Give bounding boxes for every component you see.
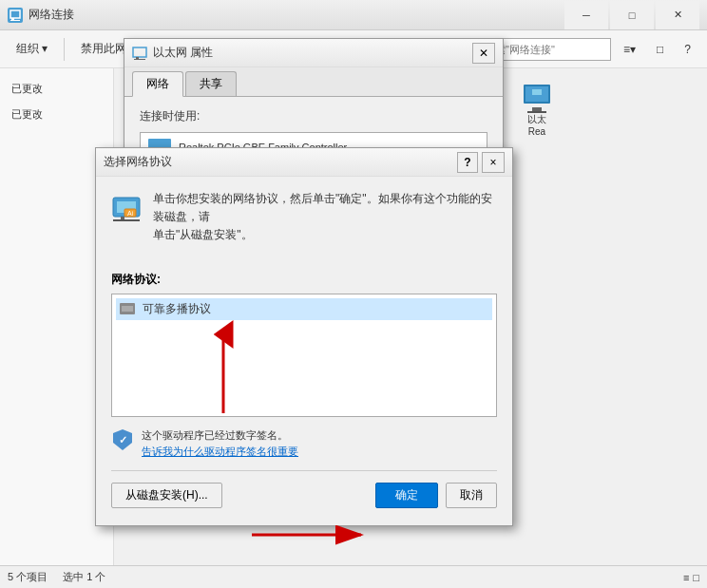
svg-text:✓: ✓ — [119, 434, 127, 446]
protocol-dialog-title: 选择网络协议 — [104, 154, 457, 170]
svg-rect-2 — [10, 20, 20, 21]
bg-titlebar: 网络连接 ─ □ ✕ — [0, 0, 707, 30]
svg-rect-9 — [113, 219, 140, 221]
select-protocol-dialog: 选择网络协议 ? × Ai 单击你想安装的网络协议，然后单击"确定"。如果你有这… — [95, 147, 513, 526]
item-count: 5 个项目 — [8, 570, 48, 584]
svg-rect-1 — [11, 18, 14, 20]
protocol-body: Ai 单击你想安装的网络协议，然后单击"确定"。如果你有这个功能的安装磁盘，请 … — [96, 177, 512, 525]
svg-rect-3 — [133, 47, 146, 57]
protocol-item-name: 可靠多播协议 — [143, 301, 211, 317]
ethernet-titlebar: 以太网 属性 ✕ — [124, 39, 503, 67]
protocol-footer: 从磁盘安装(H)... 确定 取消 — [111, 479, 497, 512]
close-button[interactable]: ✕ — [656, 1, 699, 29]
protocol-listbox[interactable]: 可靠多播协议 — [111, 294, 497, 417]
nav-item-2[interactable]: 已更改 — [0, 102, 113, 127]
monitor — [524, 85, 550, 104]
signature-area: ✓ 这个驱动程序已经过数字签名。 告诉我为什么驱动程序签名很重要 — [111, 428, 497, 459]
signature-text: 这个驱动程序已经过数字签名。 — [142, 429, 288, 441]
protocol-description: 单击你想安装的网络协议，然后单击"确定"。如果你有这个功能的安装磁盘，请 单击"… — [153, 190, 497, 245]
protocol-list-label: 网络协议: — [111, 272, 497, 288]
nav-item-1[interactable]: 已更改 — [0, 76, 113, 102]
view-icon-1: ≡ — [683, 572, 689, 583]
protocol-titlebar: 选择网络协议 ? × — [96, 148, 512, 177]
status-bar: 5 个项目 选中 1 个 ≡ □ — [0, 565, 707, 588]
install-from-disk-button[interactable]: 从磁盘安装(H)... — [111, 483, 222, 508]
ethernet-dialog-title: 以太网 属性 — [153, 45, 472, 61]
dialog-separator — [111, 470, 497, 471]
computer-icon — [520, 85, 554, 113]
svg-rect-0 — [10, 10, 20, 18]
view-button[interactable]: ≡▾ — [615, 38, 644, 61]
tab-share[interactable]: 共享 — [185, 71, 237, 96]
window-icon — [8, 8, 23, 23]
svg-rect-13 — [122, 306, 133, 312]
bg-window-title: 网络连接 — [29, 7, 564, 23]
ok-button[interactable]: 确定 — [375, 483, 438, 508]
toolbar-separator — [64, 38, 65, 61]
net-label: 以太Rea — [527, 113, 546, 137]
view-icon-2: □ — [693, 572, 699, 583]
list-item[interactable]: 可靠多播协议 — [116, 298, 492, 320]
selected-count: 选中 1 个 — [63, 570, 105, 584]
organize-button[interactable]: 组织 ▾ — [8, 36, 56, 62]
protocol-close-button[interactable]: × — [482, 152, 505, 173]
svg-text:Ai: Ai — [127, 210, 134, 217]
signature-text-area: 这个驱动程序已经过数字签名。 告诉我为什么驱动程序签名很重要 — [142, 428, 298, 459]
svg-rect-8 — [121, 217, 124, 219]
svg-rect-4 — [136, 57, 139, 59]
tab-network[interactable]: 网络 — [132, 71, 183, 97]
window-controls: ─ □ ✕ — [564, 1, 699, 29]
cancel-button[interactable]: 取消 — [446, 483, 497, 508]
base — [527, 111, 546, 113]
minimize-button[interactable]: ─ — [564, 1, 608, 29]
svg-rect-5 — [134, 59, 145, 60]
connect-label: 连接时使用: — [140, 108, 487, 124]
ethernet-tabs: 网络 共享 — [124, 67, 503, 97]
signature-link[interactable]: 告诉我为什么驱动程序签名很重要 — [142, 445, 298, 459]
list-item[interactable]: 以太Rea — [494, 76, 580, 158]
signature-icon: ✓ — [111, 428, 134, 451]
help-button[interactable]: ? — [676, 38, 699, 61]
ethernet-dialog-icon — [132, 46, 147, 61]
ethernet-close-button[interactable]: ✕ — [472, 43, 495, 64]
protocol-help-button[interactable]: ? — [457, 152, 478, 173]
grid-button[interactable]: □ — [648, 38, 672, 61]
protocol-icon: Ai — [111, 194, 142, 227]
maximize-button[interactable]: □ — [610, 1, 654, 29]
protocol-item-icon — [120, 303, 135, 314]
